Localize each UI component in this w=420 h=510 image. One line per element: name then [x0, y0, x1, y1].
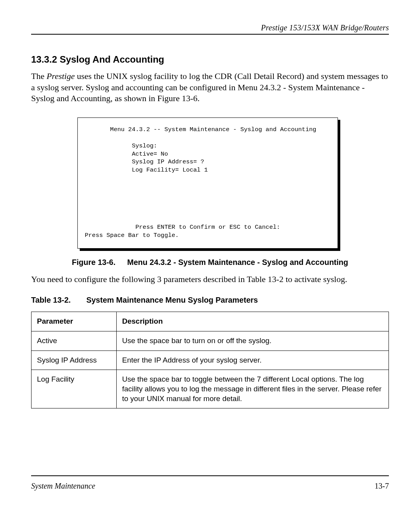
cell-desc: Enter the IP Address of your syslog serv…: [117, 351, 389, 370]
cell-desc: Use the space bar to turn on or off the …: [117, 331, 389, 351]
footer-left: System Maintenance: [31, 482, 95, 491]
page: Prestige 153/153X WAN Bridge/Routers 13.…: [0, 0, 420, 510]
figure-line-3: Syslog IP Address= ?: [85, 158, 204, 165]
figure-shadow: Menu 24.3.2 -- System Maintenance - Sysl…: [80, 120, 340, 251]
table-row: Active Use the space bar to turn on or o…: [32, 331, 389, 351]
intro-post: uses the UNIX syslog facility to log the…: [31, 71, 388, 103]
figure-container: Menu 24.3.2 -- System Maintenance - Sysl…: [80, 120, 340, 251]
figure-line-4: Log Facility= Local 1: [85, 166, 208, 174]
cell-desc: Use the space bar to toggle between the …: [117, 370, 389, 408]
cell-param: Log Facility: [32, 370, 117, 408]
table-row: Syslog IP Address Enter the IP Address o…: [32, 351, 389, 370]
running-header: Prestige 153/153X WAN Bridge/Routers: [31, 23, 389, 35]
footer-right: 13-7: [374, 482, 389, 491]
table-header-row: Parameter Description: [32, 312, 389, 331]
figure-toggle-line: Press Space Bar to Toggle.: [85, 232, 179, 239]
intro-paragraph: The Prestige uses the UNIX syslog facili…: [31, 71, 389, 104]
table-row: Log Facility Use the space bar to toggle…: [32, 370, 389, 408]
intro-pre: The: [31, 71, 47, 81]
table-caption-label: Table 13-2.: [31, 296, 71, 304]
page-footer: System Maintenance 13-7: [31, 475, 389, 491]
menu-title-line: Menu 24.3.2 -- System Maintenance - Sysl…: [85, 126, 316, 133]
header-description: Description: [117, 312, 389, 331]
intro-italic: Prestige: [47, 71, 75, 81]
figure-line-1: Syslog:: [85, 142, 157, 149]
parameters-table: Parameter Description Active Use the spa…: [31, 312, 389, 408]
terminal-screen: Menu 24.3.2 -- System Maintenance - Sysl…: [77, 117, 338, 249]
figure-line-2: Active= No: [85, 151, 168, 158]
table-caption: Table 13-2.System Maintenance Menu Syslo…: [31, 296, 389, 305]
figure-caption: Figure 13-6.Menu 24.3.2 - System Mainten…: [31, 258, 389, 267]
figure-caption-label: Figure 13-6.: [72, 258, 116, 266]
header-parameter: Parameter: [32, 312, 117, 331]
section-heading: 13.3.2 Syslog And Accounting: [31, 54, 389, 65]
cell-param: Syslog IP Address: [32, 351, 117, 370]
cell-param: Active: [32, 331, 117, 351]
figure-line-11: Press ENTER to Confirm or ESC to Cancel:: [85, 224, 280, 231]
header-title: Prestige 153/153X WAN Bridge/Routers: [261, 23, 389, 32]
table-caption-text: System Maintenance Menu Syslog Parameter…: [86, 296, 258, 304]
between-paragraph: You need to configure the following 3 pa…: [31, 274, 389, 285]
figure-caption-text: Menu 24.3.2 - System Maintenance - Syslo…: [127, 258, 348, 266]
